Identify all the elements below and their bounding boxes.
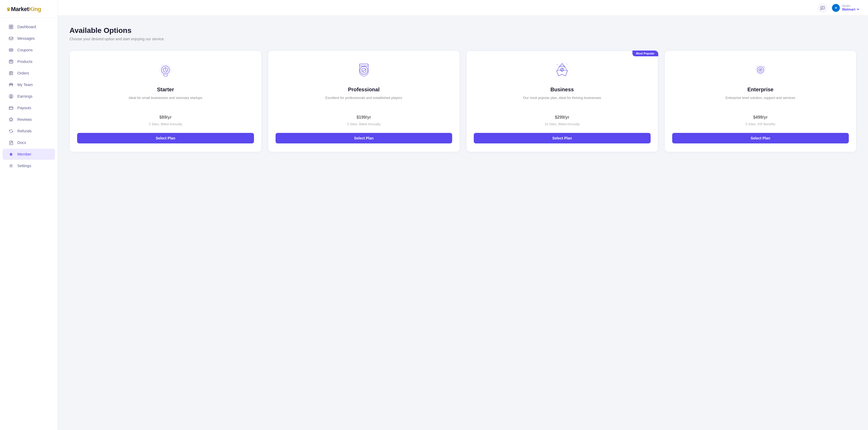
svg-point-6 <box>10 50 11 51</box>
sidebar-item-dashboard[interactable]: Dashboard <box>3 21 55 32</box>
sidebar-nav: Dashboard Messages Coupons <box>0 18 58 430</box>
svg-rect-23 <box>359 64 368 66</box>
vendor-selector[interactable]: W Vendor Walmart <box>832 4 860 12</box>
enterprise-plan-billing: 5 Sites, VIP Benefits <box>745 122 775 126</box>
sidebar-label-dashboard: Dashboard <box>18 25 36 29</box>
starter-plan-billing: 2 Sites, Billed Annually <box>149 122 182 126</box>
business-plan-icon <box>552 60 573 81</box>
starter-plan-price: $89/yr <box>159 111 172 121</box>
vendor-logo-icon: W <box>832 4 840 12</box>
starter-select-plan-button[interactable]: Select Plan <box>77 133 254 144</box>
professional-plan-price: $199/yr <box>356 111 371 121</box>
sidebar-item-refunds[interactable]: Refunds <box>3 125 55 136</box>
sidebar-label-reviews: Reviews <box>18 117 32 122</box>
svg-marker-16 <box>9 118 13 121</box>
sidebar-item-earnings[interactable]: Earnings <box>3 91 55 102</box>
business-select-plan-button[interactable]: Select Plan <box>474 133 651 144</box>
team-icon <box>8 82 14 87</box>
sidebar-item-payouts[interactable]: Payouts <box>3 102 55 114</box>
plan-card-starter: Starter Ideal for small businesses and v… <box>69 51 261 152</box>
page-subtitle: Choose your desired option and start enj… <box>69 37 857 41</box>
chat-icon-button[interactable] <box>818 3 827 12</box>
vendor-name: Walmart <box>842 7 860 11</box>
svg-point-35 <box>756 66 757 67</box>
business-plan-name: Business <box>550 87 574 93</box>
messages-icon <box>8 36 14 41</box>
sidebar-label-my-team: My Team <box>18 83 33 87</box>
sidebar: ♛MarketKing Dashboard <box>0 0 58 430</box>
svg-point-34 <box>764 66 765 67</box>
logo-suffix: King <box>29 6 41 12</box>
main-content: W Vendor Walmart Available Options Choos… <box>58 0 868 430</box>
svg-rect-5 <box>9 49 13 51</box>
crown-icon: ♛ <box>6 7 10 12</box>
sidebar-label-member: Member <box>18 152 31 156</box>
refunds-icon <box>8 128 14 134</box>
products-icon <box>8 59 14 64</box>
professional-plan-description: Excellent for professionals and establis… <box>325 95 402 105</box>
professional-select-plan-button[interactable]: Select Plan <box>276 133 453 144</box>
member-icon <box>8 152 14 157</box>
sidebar-label-orders: Orders <box>18 71 29 75</box>
svg-point-11 <box>9 84 10 85</box>
svg-point-27 <box>557 64 558 65</box>
svg-point-10 <box>10 83 11 85</box>
svg-point-28 <box>567 63 568 64</box>
business-plan-price: $299/yr <box>555 111 569 121</box>
page-title: Available Options <box>69 26 857 35</box>
sidebar-item-products[interactable]: Products <box>3 56 55 67</box>
sidebar-label-payouts: Payouts <box>18 106 31 110</box>
earnings-icon <box>8 94 14 99</box>
sidebar-item-my-team[interactable]: My Team <box>3 79 55 90</box>
starter-plan-name: Starter <box>157 87 174 93</box>
page-content: Available Options Choose your desired op… <box>58 16 868 430</box>
sidebar-item-docs[interactable]: Docs <box>3 137 55 148</box>
plan-card-business: Most Popular Business Our most popular p <box>466 51 658 152</box>
professional-plan-icon <box>353 60 374 81</box>
enterprise-plan-name: Enterprise <box>747 87 774 93</box>
svg-point-7 <box>11 50 12 51</box>
plans-grid: Starter Ideal for small businesses and v… <box>69 51 857 152</box>
business-plan-billing: 10 Sites, Billed Annually <box>545 122 580 126</box>
professional-plan-billing: 5 Sites, Billed Annually <box>347 122 380 126</box>
svg-point-33 <box>760 69 761 70</box>
svg-rect-0 <box>9 25 11 27</box>
sidebar-item-orders[interactable]: Orders <box>3 68 55 79</box>
svg-point-17 <box>10 165 11 166</box>
sidebar-label-products: Products <box>18 59 32 64</box>
svg-rect-14 <box>9 107 13 110</box>
orders-icon <box>8 70 14 76</box>
business-plan-description: Our most popular plan, ideal for thrivin… <box>523 95 601 105</box>
vendor-label: Vendor <box>842 4 860 7</box>
sidebar-label-messages: Messages <box>18 36 35 40</box>
topbar: W Vendor Walmart <box>58 0 868 16</box>
professional-plan-name: Professional <box>348 87 379 93</box>
plan-card-enterprise: Enterprise Enterprise level solution, su… <box>664 51 857 152</box>
payouts-icon <box>8 105 14 111</box>
sidebar-item-coupons[interactable]: Coupons <box>3 44 55 56</box>
logo-prefix: Market <box>11 6 29 12</box>
sidebar-label-earnings: Earnings <box>18 94 32 98</box>
sidebar-item-settings[interactable]: Settings <box>3 160 55 171</box>
svg-point-29 <box>568 68 569 69</box>
svg-point-12 <box>12 84 13 85</box>
svg-point-24 <box>360 66 368 74</box>
svg-rect-2 <box>9 27 11 29</box>
starter-plan-description: Ideal for small businesses and visionary… <box>129 95 203 105</box>
docs-icon <box>8 140 14 145</box>
enterprise-select-plan-button[interactable]: Select Plan <box>672 133 849 144</box>
enterprise-plan-icon <box>750 60 771 81</box>
sidebar-item-reviews[interactable]: Reviews <box>3 114 55 125</box>
svg-point-15 <box>10 109 10 109</box>
sidebar-label-coupons: Coupons <box>18 48 33 52</box>
svg-rect-3 <box>11 27 13 29</box>
enterprise-plan-description: Enterprise level solution, support and s… <box>725 95 795 105</box>
vendor-info-block: Vendor Walmart <box>842 4 860 11</box>
plan-card-professional: Professional Excellent for professionals… <box>268 51 460 152</box>
svg-rect-1 <box>11 25 13 27</box>
svg-rect-4 <box>9 37 13 40</box>
sidebar-label-docs: Docs <box>18 141 26 145</box>
sidebar-item-member[interactable]: Member <box>3 149 55 160</box>
sidebar-item-messages[interactable]: Messages <box>3 33 55 44</box>
starter-plan-icon <box>155 60 176 81</box>
